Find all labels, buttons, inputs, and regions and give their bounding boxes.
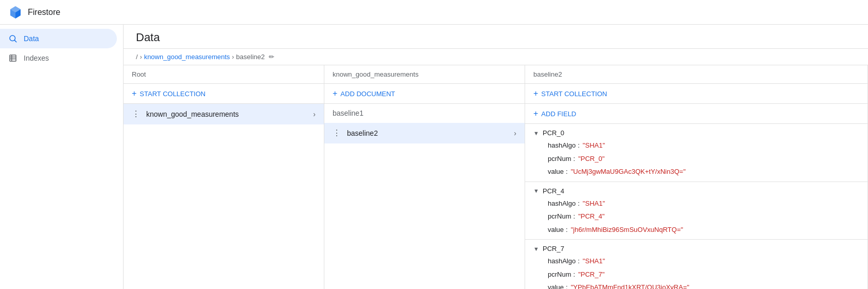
- field-group-name-pcr0: PCR_0: [543, 129, 564, 137]
- breadcrumb-slash: /: [136, 53, 138, 61]
- field-pcr7-pcrnum: pcrNum : "PCR_7": [525, 268, 867, 281]
- item-chevron-baseline2: ›: [514, 129, 516, 137]
- field-pcr7-value: value : "YPbEbATMmFnd1kXRT/OU3joXyRA=": [525, 281, 867, 289]
- expand-arrow-pcr4: ▼: [533, 188, 540, 194]
- field-value-pcr7-value: "YPbEbATMmFnd1kXRT/OU3joXyRA=": [571, 282, 689, 289]
- panel-root: Root + START COLLECTION ⋮ known_good_mea…: [124, 65, 324, 289]
- start-collection-button-root[interactable]: + START COLLECTION: [124, 84, 324, 104]
- sidebar-item-data-label: Data: [24, 34, 39, 43]
- field-pcr7-hashalgo: hashAlgo : "SHA1": [525, 255, 867, 268]
- search-icon: [8, 34, 18, 43]
- expand-arrow-pcr0: ▼: [533, 130, 540, 136]
- doc-item-name-baseline1: baseline1: [333, 109, 516, 117]
- content-area: Data / › known_good_measurements › basel…: [124, 25, 868, 289]
- sidebar: Data Indexes: [0, 25, 124, 289]
- firestore-logo-icon: [8, 5, 23, 20]
- add-document-label: ADD DOCUMENT: [340, 90, 395, 98]
- plus-icon-add-field: +: [533, 109, 538, 118]
- breadcrumb: / › known_good_measurements › baseline2 …: [124, 49, 868, 65]
- field-group-name-pcr4: PCR_4: [543, 187, 564, 195]
- field-group-pcr4: ▼ PCR_4 hashAlgo : "SHA1" pcrNum : "PCR_…: [525, 182, 867, 240]
- collection-item-name-known-good: known_good_measurements: [146, 110, 313, 118]
- sidebar-item-indexes[interactable]: Indexes: [0, 48, 117, 68]
- breadcrumb-current: baseline2: [236, 53, 265, 61]
- field-value-pcr0-pcrnum: "PCR_0": [578, 154, 604, 164]
- field-value-pcr4-pcrnum: "PCR_4": [578, 211, 604, 222]
- doc-item-baseline2[interactable]: ⋮ baseline2 ›: [324, 123, 525, 143]
- collection-item-known-good[interactable]: ⋮ known_good_measurements ›: [124, 104, 324, 124]
- field-group-name-pcr7: PCR_7: [543, 245, 564, 252]
- page-title: Data: [124, 25, 868, 49]
- field-value-pcr7-hashalgo: "SHA1": [583, 256, 605, 266]
- start-collection-button-doc[interactable]: + START COLLECTION: [525, 84, 867, 104]
- field-group-header-pcr0[interactable]: ▼ PCR_0: [525, 127, 867, 139]
- add-field-button[interactable]: + ADD FIELD: [525, 104, 867, 124]
- svg-line-1: [14, 40, 16, 42]
- sidebar-item-indexes-label: Indexes: [24, 54, 49, 62]
- main-layout: Data Indexes Data / › known_good_measure…: [0, 25, 868, 289]
- field-pcr4-pcrnum: pcrNum : "PCR_4": [525, 210, 867, 223]
- field-value-pcr4-value: "jh6r/mMhiBiz96SmSuOVxuNqRTQ=": [571, 225, 683, 235]
- panel-root-header: Root: [124, 65, 324, 84]
- panel-collection-header: known_good_measurements: [324, 65, 525, 84]
- edit-icon[interactable]: ✏: [269, 53, 274, 61]
- add-document-button[interactable]: + ADD DOCUMENT: [324, 84, 525, 104]
- field-group-pcr0: ▼ PCR_0 hashAlgo : "SHA1" pcrNum : "PCR_…: [525, 124, 867, 182]
- field-key-pcr0-pcrnum: pcrNum: [548, 154, 571, 164]
- field-key-pcr7-hashalgo: hashAlgo: [548, 256, 576, 266]
- field-group-header-pcr7[interactable]: ▼ PCR_7: [525, 243, 867, 255]
- field-key-pcr4-pcrnum: pcrNum: [548, 211, 571, 222]
- sidebar-item-data[interactable]: Data: [0, 29, 117, 48]
- field-key-pcr0-hashalgo: hashAlgo: [548, 140, 576, 151]
- breadcrumb-chevron-1: ›: [140, 53, 142, 61]
- start-collection-label-root: START COLLECTION: [140, 90, 205, 98]
- svg-rect-2: [10, 55, 16, 61]
- field-pcr0-hashalgo: hashAlgo : "SHA1": [525, 139, 867, 152]
- field-key-pcr7-pcrnum: pcrNum: [548, 269, 571, 280]
- breadcrumb-link-collection[interactable]: known_good_measurements: [144, 53, 230, 61]
- field-key-pcr4-value: value: [548, 225, 564, 235]
- panel-document: baseline2 + START COLLECTION + ADD FIELD…: [525, 65, 868, 289]
- field-group-pcr7: ▼ PCR_7 hashAlgo : "SHA1" pcrNum : "PCR_…: [525, 240, 867, 289]
- field-value-pcr0-hashalgo: "SHA1": [583, 140, 605, 151]
- app-title: Firestore: [28, 8, 60, 17]
- field-pcr0-value: value : "UcMj3gwMaU9GAc3QK+tY/xNin3Q=": [525, 165, 867, 178]
- field-group-header-pcr4[interactable]: ▼ PCR_4: [525, 185, 867, 197]
- panel-collection: known_good_measurements + ADD DOCUMENT b…: [324, 65, 525, 289]
- data-panels: Root + START COLLECTION ⋮ known_good_mea…: [124, 65, 868, 289]
- indexes-icon: [8, 53, 18, 63]
- field-key-pcr4-hashalgo: hashAlgo: [548, 198, 576, 209]
- item-dots-baseline2[interactable]: ⋮: [333, 128, 341, 138]
- item-chevron-known-good: ›: [313, 110, 316, 118]
- field-pcr0-pcrnum: pcrNum : "PCR_0": [525, 152, 867, 166]
- field-pcr4-value: value : "jh6r/mMhiBiz96SmSuOVxuNqRTQ=": [525, 223, 867, 237]
- expand-arrow-pcr7: ▼: [533, 246, 540, 252]
- top-bar: Firestore: [0, 0, 868, 25]
- field-key-pcr7-value: value: [548, 282, 564, 289]
- doc-item-baseline1[interactable]: baseline1: [324, 104, 525, 123]
- field-value-pcr7-pcrnum: "PCR_7": [578, 269, 604, 280]
- field-key-pcr0-value: value: [548, 167, 564, 177]
- add-field-label: ADD FIELD: [541, 110, 576, 118]
- field-pcr4-hashalgo: hashAlgo : "SHA1": [525, 197, 867, 210]
- field-value-pcr0-value: "UcMj3gwMaU9GAc3QK+tY/xNin3Q=": [571, 167, 686, 177]
- item-dots-known-good[interactable]: ⋮: [132, 109, 140, 119]
- plus-icon-root: +: [132, 89, 136, 98]
- field-value-pcr4-hashalgo: "SHA1": [583, 198, 605, 209]
- start-collection-label-doc: START COLLECTION: [541, 90, 607, 98]
- breadcrumb-chevron-2: ›: [232, 53, 234, 61]
- app-logo: Firestore: [8, 5, 60, 20]
- plus-icon-start-col: +: [533, 89, 538, 98]
- doc-item-name-baseline2: baseline2: [347, 129, 514, 137]
- panel-document-header: baseline2: [525, 65, 867, 84]
- plus-icon-add-doc: +: [333, 89, 337, 98]
